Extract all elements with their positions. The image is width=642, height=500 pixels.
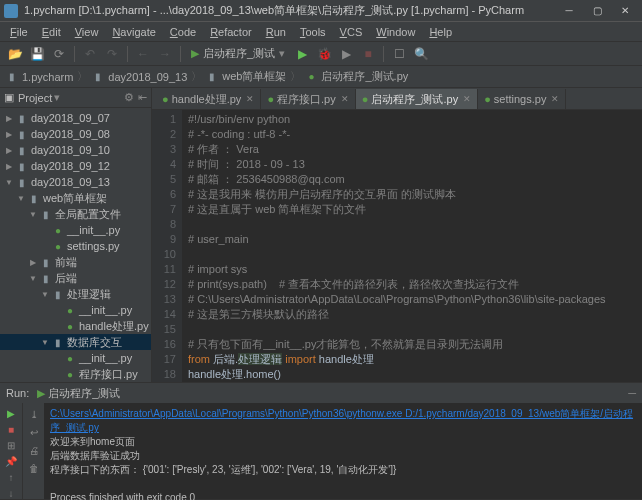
tree-twisty-icon[interactable]: ▼ bbox=[4, 177, 14, 187]
sidebar-header[interactable]: ▣ Project ▾ ⚙ ⇤ bbox=[0, 88, 151, 108]
redo-icon[interactable]: ↷ bbox=[103, 45, 121, 63]
tree-node[interactable]: ●handle处理.py bbox=[0, 318, 151, 334]
menu-file[interactable]: File bbox=[4, 24, 34, 40]
tree-node[interactable]: ●settings.py bbox=[0, 238, 151, 254]
menu-run[interactable]: Run bbox=[260, 24, 292, 40]
scroll-icon[interactable]: ⤓ bbox=[27, 407, 41, 421]
breadcrumb-item[interactable]: web简单框架 bbox=[222, 69, 286, 84]
collapse-icon[interactable]: ⇤ bbox=[138, 91, 147, 104]
tree-twisty-icon[interactable]: ▶ bbox=[4, 161, 14, 171]
refresh-icon[interactable]: ⟳ bbox=[50, 45, 68, 63]
code-content[interactable]: #!/usr/bin/env python# -*- coding : utf-… bbox=[182, 110, 642, 382]
close-tab-icon[interactable]: ✕ bbox=[551, 94, 559, 104]
menu-navigate[interactable]: Navigate bbox=[106, 24, 161, 40]
tree-node[interactable]: ▶▮day2018_09_12 bbox=[0, 158, 151, 174]
vcs-icon[interactable]: ☐ bbox=[390, 45, 408, 63]
stop-icon[interactable]: ■ bbox=[4, 423, 18, 435]
tree-node[interactable]: ●__init__.py bbox=[0, 302, 151, 318]
run-config-selector[interactable]: ▶ 启动程序_测试 ▾ bbox=[187, 46, 289, 61]
project-sidebar: ▣ Project ▾ ⚙ ⇤ ▶▮day2018_09_07▶▮day2018… bbox=[0, 88, 152, 382]
close-tab-icon[interactable]: ✕ bbox=[463, 94, 471, 104]
up-icon[interactable]: ↑ bbox=[4, 471, 18, 483]
tree-node-label: 处理逻辑 bbox=[67, 287, 111, 302]
minimize-button[interactable]: ─ bbox=[556, 3, 582, 19]
editor-tabs: ●handle处理.py✕●程序接口.py✕●启动程序_测试.py✕●setti… bbox=[152, 88, 642, 110]
rerun-icon[interactable]: ▶ bbox=[4, 407, 18, 419]
menu-refactor[interactable]: Refactor bbox=[204, 24, 258, 40]
tree-twisty-icon[interactable]: ▼ bbox=[40, 289, 50, 299]
open-icon[interactable]: 📂 bbox=[6, 45, 24, 63]
clear-icon[interactable]: 🗑 bbox=[27, 461, 41, 475]
tab-label: 启动程序_测试.py bbox=[371, 92, 458, 107]
tree-node[interactable]: ●程序接口.py bbox=[0, 366, 151, 382]
tree-twisty-icon[interactable] bbox=[52, 321, 62, 331]
tree-twisty-icon[interactable] bbox=[40, 225, 50, 235]
tree-node[interactable]: ●__init__.py bbox=[0, 222, 151, 238]
tree-node[interactable]: ▼▮全局配置文件 bbox=[0, 206, 151, 222]
maximize-button[interactable]: ▢ bbox=[584, 3, 610, 19]
forward-icon[interactable]: → bbox=[156, 45, 174, 63]
close-tab-icon[interactable]: ✕ bbox=[246, 94, 254, 104]
menu-view[interactable]: View bbox=[69, 24, 105, 40]
menu-edit[interactable]: Edit bbox=[36, 24, 67, 40]
tree-twisty-icon[interactable]: ▼ bbox=[28, 273, 38, 283]
menu-vcs[interactable]: VCS bbox=[334, 24, 369, 40]
tree-node[interactable]: ▼▮处理逻辑 bbox=[0, 286, 151, 302]
editor-area: ●handle处理.py✕●程序接口.py✕●启动程序_测试.py✕●setti… bbox=[152, 88, 642, 382]
tree-twisty-icon[interactable] bbox=[52, 305, 62, 315]
save-icon[interactable]: 💾 bbox=[28, 45, 46, 63]
close-tab-icon[interactable]: ✕ bbox=[341, 94, 349, 104]
close-button[interactable]: ✕ bbox=[612, 3, 638, 19]
breadcrumb-item[interactable]: day2018_09_13 bbox=[108, 71, 187, 83]
tree-twisty-icon[interactable]: ▼ bbox=[16, 193, 26, 203]
stop-button[interactable]: ■ bbox=[359, 45, 377, 63]
editor-tab[interactable]: ●settings.py✕ bbox=[478, 89, 566, 109]
editor-tab[interactable]: ●程序接口.py✕ bbox=[261, 89, 355, 109]
tree-node[interactable]: ▼▮后端 bbox=[0, 270, 151, 286]
pin-icon[interactable]: 📌 bbox=[4, 455, 18, 467]
layout-icon[interactable]: ⊞ bbox=[4, 439, 18, 451]
back-icon[interactable]: ← bbox=[134, 45, 152, 63]
tree-node[interactable]: ●__init__.py bbox=[0, 350, 151, 366]
tree-twisty-icon[interactable] bbox=[52, 369, 62, 379]
print-icon[interactable]: 🖨 bbox=[27, 443, 41, 457]
tree-node[interactable]: ▶▮前端 bbox=[0, 254, 151, 270]
console-output[interactable]: C:\Users\Administrator\AppData\Local\Pro… bbox=[44, 403, 642, 499]
code-editor[interactable]: 12345678910111213141516171819 #!/usr/bin… bbox=[152, 110, 642, 382]
tree-node[interactable]: ▶▮day2018_09_10 bbox=[0, 142, 151, 158]
breadcrumb-item[interactable]: 启动程序_测试.py bbox=[321, 69, 408, 84]
tree-node[interactable]: ▼▮day2018_09_13 bbox=[0, 174, 151, 190]
down-icon[interactable]: ↓ bbox=[4, 487, 18, 499]
editor-tab[interactable]: ●handle处理.py✕ bbox=[156, 89, 261, 109]
tree-twisty-icon[interactable]: ▶ bbox=[28, 257, 38, 267]
tree-node[interactable]: ▶▮day2018_09_08 bbox=[0, 126, 151, 142]
undo-icon[interactable]: ↶ bbox=[81, 45, 99, 63]
menu-window[interactable]: Window bbox=[370, 24, 421, 40]
tree-node[interactable]: ▶▮day2018_09_07 bbox=[0, 110, 151, 126]
tree-node-label: day2018_09_10 bbox=[31, 144, 110, 156]
tree-node[interactable]: ▼▮web简单框架 bbox=[0, 190, 151, 206]
menu-tools[interactable]: Tools bbox=[294, 24, 332, 40]
tree-twisty-icon[interactable]: ▼ bbox=[28, 209, 38, 219]
tree-twisty-icon[interactable] bbox=[52, 353, 62, 363]
project-tree[interactable]: ▶▮day2018_09_07▶▮day2018_09_08▶▮day2018_… bbox=[0, 108, 151, 382]
tree-node[interactable]: ▼▮数据库交互 bbox=[0, 334, 151, 350]
run-button[interactable]: ▶ bbox=[293, 45, 311, 63]
menu-help[interactable]: Help bbox=[423, 24, 458, 40]
hide-icon[interactable]: ─ bbox=[628, 387, 636, 399]
debug-button[interactable]: 🐞 bbox=[315, 45, 333, 63]
tree-twisty-icon[interactable]: ▶ bbox=[4, 145, 14, 155]
tree-twisty-icon[interactable]: ▶ bbox=[4, 113, 14, 123]
gear-icon[interactable]: ⚙ bbox=[124, 91, 134, 104]
coverage-icon[interactable]: ▶ bbox=[337, 45, 355, 63]
tree-twisty-icon[interactable]: ▼ bbox=[40, 337, 50, 347]
search-icon[interactable]: 🔍 bbox=[412, 45, 430, 63]
tree-node-label: handle处理.py bbox=[79, 319, 149, 334]
tree-twisty-icon[interactable] bbox=[40, 241, 50, 251]
tree-twisty-icon[interactable]: ▶ bbox=[4, 129, 14, 139]
menu-code[interactable]: Code bbox=[164, 24, 202, 40]
wrap-icon[interactable]: ↩ bbox=[27, 425, 41, 439]
breadcrumb-item[interactable]: 1.pycharm bbox=[22, 71, 73, 83]
editor-tab[interactable]: ●启动程序_测试.py✕ bbox=[356, 89, 478, 109]
console-header[interactable]: Run: ▶ 启动程序_测试 ─ bbox=[0, 383, 642, 403]
